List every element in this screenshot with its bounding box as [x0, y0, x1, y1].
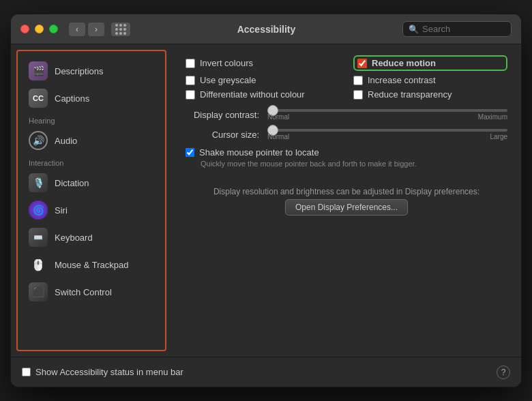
search-input[interactable]	[422, 24, 505, 34]
keyboard-icon: ⌨️	[29, 228, 48, 247]
interaction-section-label: Interaction	[23, 155, 160, 168]
cursor-size-slider-wrapper: Normal Large	[267, 129, 507, 140]
display-contrast-row: Display contrast: Normal Maximum	[186, 109, 507, 121]
nav-buttons: ‹ ›	[69, 23, 104, 36]
sidebar-item-captions[interactable]: CC Captions	[23, 85, 160, 111]
sidebar-item-descriptions[interactable]: 🎬 Descriptions	[23, 58, 160, 84]
hearing-section-label: Hearing	[23, 113, 160, 126]
maximize-button[interactable]	[49, 25, 58, 33]
grid-button[interactable]	[111, 23, 130, 36]
accessibility-window: ‹ › Accessibility 🔍 🎬 Descriptions CC	[10, 14, 522, 387]
cursor-size-row: Cursor size: Normal Large	[186, 129, 507, 140]
display-note: Display resolution and brightness can be…	[186, 187, 507, 196]
invert-colours-label: Invert colours	[200, 58, 253, 68]
differentiate-colour-label: Differentiate without colour	[200, 89, 305, 100]
cursor-size-label: Cursor size:	[186, 130, 267, 140]
differentiate-colour-row: Differentiate without colour	[186, 89, 340, 100]
shake-checkbox-row: Shake mouse pointer to locate	[186, 147, 507, 158]
sidebar-item-label: Audio	[55, 136, 77, 146]
sidebar-item-siri[interactable]: 🌀 Siri	[23, 197, 160, 223]
forward-button[interactable]: ›	[88, 23, 104, 36]
reduce-motion-row: Reduce motion	[353, 55, 507, 71]
reduce-motion-label: Reduce motion	[372, 58, 436, 68]
differentiate-colour-checkbox[interactable]	[186, 90, 195, 100]
display-note-section: Display resolution and brightness can be…	[186, 181, 507, 216]
sidebar-item-dictation[interactable]: 🎙️ Dictation	[23, 170, 160, 196]
sidebar-item-label: Captions	[55, 93, 89, 104]
invert-colours-row: Invert colours	[186, 55, 340, 71]
display-contrast-max: Maximum	[478, 113, 507, 121]
captions-icon: CC	[29, 89, 48, 108]
back-button[interactable]: ‹	[69, 23, 85, 36]
invert-colours-checkbox[interactable]	[186, 59, 195, 68]
reduce-transparency-checkbox[interactable]	[353, 90, 363, 100]
show-status-row: Show Accessibility status in menu bar	[22, 367, 490, 377]
sidebar-item-switch-control[interactable]: ⬛ Switch Control	[23, 279, 160, 305]
show-status-label: Show Accessibility status in menu bar	[35, 367, 183, 377]
sidebar-item-label: Mouse & Trackpad	[55, 260, 128, 270]
reduce-transparency-row: Reduce transparency	[353, 89, 507, 100]
increase-contrast-row: Increase contrast	[353, 75, 507, 85]
bottom-bar: Show Accessibility status in menu bar ?	[11, 357, 521, 387]
display-contrast-slider-wrapper: Normal Maximum	[267, 109, 507, 121]
audio-icon: 🔊	[29, 131, 48, 150]
shake-description: Quickly move the mouse pointer back and …	[186, 160, 507, 168]
sidebar-item-label: Keyboard	[55, 233, 93, 243]
sidebar-item-label: Descriptions	[55, 66, 104, 76]
shake-checkbox[interactable]	[186, 148, 194, 157]
shake-label: Shake mouse pointer to locate	[199, 147, 319, 158]
show-status-checkbox[interactable]	[22, 368, 31, 376]
main-content: 🎬 Descriptions CC Captions Hearing 🔊 Aud…	[11, 44, 521, 357]
increase-contrast-label: Increase contrast	[368, 75, 436, 85]
cursor-size-labels: Normal Large	[267, 133, 507, 140]
sidebar-item-keyboard[interactable]: ⌨️ Keyboard	[23, 224, 160, 250]
options-grid: Invert colours Reduce motion Use greysca…	[186, 55, 507, 100]
sidebar: 🎬 Descriptions CC Captions Hearing 🔊 Aud…	[16, 50, 166, 351]
use-greyscale-row: Use greyscale	[186, 75, 340, 85]
window-title: Accessibility	[136, 24, 397, 35]
sidebar-item-label: Siri	[55, 205, 68, 216]
sidebar-item-label: Dictation	[55, 178, 89, 188]
dictation-icon: 🎙️	[29, 173, 48, 192]
descriptions-icon: 🎬	[29, 61, 48, 80]
minimize-button[interactable]	[35, 25, 44, 33]
sidebar-item-label: Switch Control	[55, 287, 112, 297]
sidebar-item-audio[interactable]: 🔊 Audio	[23, 128, 160, 153]
titlebar: ‹ › Accessibility 🔍	[11, 14, 521, 44]
use-greyscale-label: Use greyscale	[200, 75, 256, 85]
reduce-motion-checkbox[interactable]	[357, 59, 367, 68]
display-contrast-min: Normal	[267, 113, 289, 121]
right-panel: Invert colours Reduce motion Use greysca…	[172, 44, 521, 357]
close-button[interactable]	[20, 25, 29, 33]
sidebar-item-mouse[interactable]: 🖱️ Mouse & Trackpad	[23, 252, 160, 278]
display-contrast-labels: Normal Maximum	[267, 113, 507, 121]
switch-control-icon: ⬛	[29, 282, 48, 301]
cursor-size-slider[interactable]	[267, 129, 507, 132]
display-contrast-slider[interactable]	[267, 109, 507, 112]
display-contrast-label: Display contrast:	[186, 110, 267, 120]
mouse-icon: 🖱️	[29, 255, 48, 274]
search-icon: 🔍	[409, 25, 419, 34]
siri-icon: 🌀	[29, 200, 48, 220]
cursor-size-max: Large	[490, 133, 507, 140]
help-button[interactable]: ?	[497, 366, 510, 379]
open-display-prefs-button[interactable]: Open Display Preferences...	[285, 199, 408, 216]
sliders-section: Display contrast: Normal Maximum Cursor …	[186, 109, 507, 140]
reduce-transparency-label: Reduce transparency	[368, 89, 452, 100]
increase-contrast-checkbox[interactable]	[353, 76, 363, 85]
cursor-size-min: Normal	[267, 133, 289, 140]
use-greyscale-checkbox[interactable]	[186, 76, 195, 85]
shake-mouse-row: Shake mouse pointer to locate Quickly mo…	[186, 147, 507, 168]
search-bar[interactable]: 🔍	[402, 21, 512, 37]
